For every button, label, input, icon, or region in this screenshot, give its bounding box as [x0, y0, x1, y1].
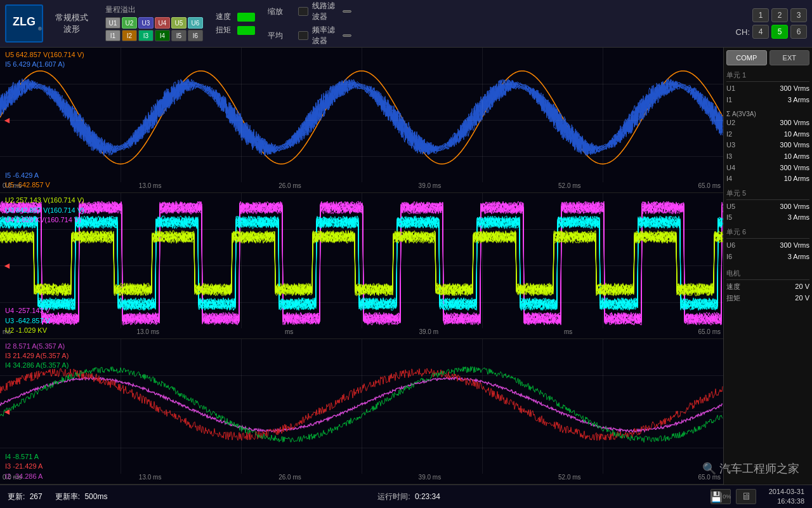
- sigma-u4-row: U4 300 Vrms: [726, 163, 809, 174]
- line-filter-btn[interactable]: [343, 10, 351, 13]
- unit6-u6-row: U6 300 Vrms: [726, 240, 809, 251]
- ch-u6-btn[interactable]: U6: [188, 17, 203, 29]
- ch-6-btn[interactable]: 6: [790, 25, 807, 39]
- torque-label: 扭矩: [216, 25, 233, 36]
- sigma-i2-val: 10 Arms: [784, 129, 809, 140]
- freq-filter-btn[interactable]: [343, 34, 351, 37]
- update-rate-label: 更新率: 500ms: [55, 491, 108, 502]
- unit5-section: 单元 5 U5 300 Vrms I5 3 Arms: [726, 189, 809, 224]
- ch-i4-btn[interactable]: I4: [155, 30, 170, 41]
- update-label: 更新: 267: [8, 491, 43, 502]
- comp-ext-row: COMP EXT: [726, 50, 809, 65]
- ch-u3-btn[interactable]: U3: [138, 17, 154, 29]
- ch-u1-btn[interactable]: U1: [105, 17, 121, 29]
- zoom-label: 缩放: [268, 6, 294, 17]
- sigma-label: Σ A(3V3A): [726, 110, 809, 117]
- unit1-i1-ch: I1: [726, 95, 732, 106]
- ch-3-btn[interactable]: 3: [790, 8, 807, 22]
- sigma-u4-ch: U4: [726, 163, 735, 174]
- unit6-section: 单元 6 U6 300 Vrms I6 3 Arms: [726, 227, 809, 262]
- ch-i1-btn[interactable]: I1: [105, 30, 121, 41]
- sigma-section: Σ A(3V3A) U2 300 Vrms I2 10 Arms U3 300 …: [726, 109, 809, 185]
- unit5-u5-row: U5 300 Vrms: [726, 201, 809, 213]
- ch-select-area: 1 2 3 CH: 4 5 6: [736, 8, 807, 39]
- comp-btn[interactable]: COMP: [726, 50, 767, 65]
- t1-3: 39.0 ms: [419, 182, 442, 192]
- unit6-u6-ch: U6: [726, 240, 735, 251]
- speed-row: 速度: [216, 11, 255, 22]
- t1-2: 26.0 ms: [278, 182, 301, 192]
- ch-i6-btn[interactable]: I6: [188, 30, 203, 41]
- t1-5: 65.0 ms: [698, 182, 721, 192]
- unit6-title: 单元 6: [726, 227, 809, 239]
- unit1-u1-ch: U1: [726, 83, 735, 95]
- sigma-u3-val: 300 Vrms: [780, 140, 809, 151]
- t2-2: ms: [285, 328, 293, 338]
- ch-i3-btn[interactable]: I3: [138, 30, 154, 41]
- motor-torque-label: 扭矩: [726, 293, 740, 304]
- zoom-row: 缩放 线路滤波器: [268, 1, 351, 22]
- range-overflow-label: 量程溢出: [105, 4, 136, 15]
- sigma-u2-row: U2 300 Vrms: [726, 117, 809, 129]
- t3-5: 65.0 ms: [698, 474, 721, 484]
- sigma-i2-ch: I2: [726, 129, 732, 140]
- unit5-u5-val: 300 Vrms: [780, 201, 809, 213]
- t2-5: 65.0 ms: [698, 328, 721, 338]
- freq-filter-label: 频率滤波器: [312, 25, 339, 46]
- panel2-arrow: ◄: [3, 260, 11, 271]
- unit1-section: 单元 1 U1 300 Vrms I1 3 Arms: [726, 70, 809, 105]
- avg-row: 平均 频率滤波器: [268, 25, 351, 46]
- logo: ZLG ®: [5, 4, 43, 43]
- ch-i2-btn[interactable]: I2: [122, 30, 137, 41]
- sigma-u2-val: 300 Vrms: [780, 117, 809, 129]
- ch-1-btn[interactable]: 1: [752, 8, 769, 22]
- ch-label: CH:: [736, 27, 750, 37]
- sigma-i3-val: 10 Arms: [784, 151, 809, 163]
- unit6-i6-row: I6 3 Arms: [726, 251, 809, 263]
- motor-title: 电机: [726, 269, 809, 280]
- t1-4: 52.0 ms: [558, 182, 581, 192]
- ch-i5-btn[interactable]: I5: [171, 30, 187, 41]
- panel1-arrow: ◄: [3, 115, 11, 125]
- unit5-u5-ch: U5: [726, 201, 735, 213]
- motor-torque-row: 扭矩 20 V: [726, 293, 809, 304]
- line-filter-label: 线路滤波器: [312, 1, 339, 22]
- unit1-title: 单元 1: [726, 70, 809, 82]
- t3-2: 26.0 ms: [278, 474, 301, 484]
- sigma-u4-val: 300 Vrms: [780, 163, 809, 174]
- date-display: 2014-03-31: [769, 487, 804, 497]
- sigma-i4-row: I4 10 Arms: [726, 173, 809, 185]
- ch-2-btn[interactable]: 2: [771, 8, 788, 22]
- runtime-label: 运行时间: 0:23:34: [377, 491, 440, 502]
- pc-icon: 🖥: [736, 489, 756, 504]
- zoom-check[interactable]: [298, 7, 308, 16]
- ch-u5-btn[interactable]: U5: [171, 17, 187, 29]
- t1-0: 0.0 ms: [3, 182, 22, 192]
- status-icons: 💾 0% 🖥: [710, 489, 756, 504]
- ch-u4-btn[interactable]: U4: [155, 17, 170, 29]
- t3-1: 13.0 ms: [139, 474, 162, 484]
- torque-indicator: [237, 26, 255, 35]
- unit5-title: 单元 5: [726, 189, 809, 200]
- zoom-filter-section: 缩放 线路滤波器 平均 频率滤波器: [268, 1, 351, 46]
- t3-3: 39.0 ms: [419, 474, 442, 484]
- sigma-i3-row: I3 10 Arms: [726, 151, 809, 163]
- t1-1: 13.0 ms: [139, 182, 162, 192]
- panel2-time-axis: ms 13.0 ms ms 39.0 m ms 65.0 ms: [0, 328, 723, 338]
- ch-u2-btn[interactable]: U2: [122, 17, 137, 29]
- ch-5-btn[interactable]: 5: [771, 25, 788, 39]
- time-display: 16:43:38: [777, 497, 804, 506]
- ext-btn[interactable]: EXT: [769, 50, 810, 65]
- wave-panel-1: ◄ U5 642.857 V(160.714 V) I5 6.429 A(1.6…: [0, 48, 723, 193]
- unit6-u6-val: 300 Vrms: [780, 240, 809, 251]
- sigma-u3-row: U3 300 Vrms: [726, 140, 809, 151]
- torque-row: 扭矩: [216, 25, 255, 36]
- ch-4-btn[interactable]: 4: [752, 25, 769, 39]
- panel3-time-axis: 0.0 ms 13.0 ms 26.0 ms 39.0 ms 52.0 ms 6…: [0, 474, 723, 484]
- t2-1: 13.0 ms: [136, 328, 159, 338]
- unit6-i6-ch: I6: [726, 251, 732, 263]
- unit1-i1-val: 3 Arms: [788, 95, 809, 106]
- sigma-i4-val: 10 Arms: [784, 173, 809, 185]
- speed-label: 速度: [216, 11, 233, 22]
- avg-check[interactable]: [298, 31, 308, 40]
